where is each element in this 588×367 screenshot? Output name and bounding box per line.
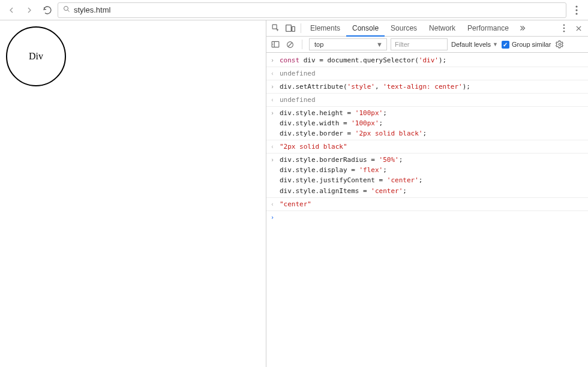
page-viewport: Div	[0, 20, 266, 367]
separator	[302, 40, 302, 49]
styled-div-text: Div	[29, 51, 43, 62]
arrow-right-icon	[25, 5, 34, 15]
log-levels-label: Default levels	[451, 41, 491, 48]
input-marker-icon	[269, 155, 276, 195]
clear-console-button[interactable]	[284, 39, 295, 50]
console-filter-input[interactable]: Filter	[391, 38, 448, 50]
console-output-entry: undefined	[266, 94, 588, 107]
input-marker-icon	[269, 82, 276, 92]
main-split: Div Elements Console Sources Network Per…	[0, 20, 588, 367]
sidebar-toggle-icon	[271, 41, 280, 48]
console-settings-button[interactable]	[554, 39, 565, 50]
arrow-left-icon	[7, 5, 16, 15]
devtools-tabstrip: Elements Console Sources Network Perform…	[266, 20, 588, 37]
console-input-entry: div.style.height = '100px'; div.style.wi…	[266, 107, 588, 140]
code-line: div.setAttribute('style', 'text-align: c…	[280, 82, 470, 92]
devtools-panel: Elements Console Sources Network Perform…	[266, 20, 588, 367]
code-line: "center"	[280, 199, 311, 209]
code-line: "2px solid black"	[280, 142, 347, 152]
console-input-entry: const div = document.querySelector('div'…	[266, 54, 588, 67]
svg-point-4	[575, 13, 577, 14]
clear-icon	[286, 41, 294, 49]
svg-rect-6	[286, 25, 292, 32]
address-bar-text: styles.html	[74, 5, 561, 14]
log-levels-selector[interactable]: Default levels ▼	[451, 41, 498, 48]
code-line: const div = document.querySelector('div'…	[280, 55, 446, 65]
forward-button[interactable]	[22, 2, 37, 18]
console-output-entry: undefined	[266, 67, 588, 80]
tab-sources[interactable]: Sources	[385, 20, 423, 37]
console-input-entry: div.style.borderRadius = '50%'; div.styl…	[266, 154, 588, 197]
vertical-dots-icon	[575, 5, 578, 15]
input-marker-icon	[269, 55, 276, 65]
code-line: div.style.borderRadius = '50%'; div.styl…	[280, 155, 422, 195]
chevrons-right-icon	[518, 25, 526, 32]
browser-menu-button[interactable]	[569, 2, 584, 18]
console-output-entry: "center"	[266, 198, 588, 211]
svg-point-10	[563, 31, 565, 32]
device-icon	[286, 24, 295, 32]
inspect-element-button[interactable]	[269, 21, 283, 35]
output-marker-icon	[269, 95, 276, 105]
prompt-input[interactable]	[280, 212, 284, 222]
checkbox-checked-icon: ✓	[502, 41, 509, 49]
tabs-overflow-button[interactable]	[515, 21, 529, 35]
output-marker-icon	[269, 142, 276, 152]
vertical-dots-icon	[563, 24, 565, 32]
devtools-menu-button[interactable]	[557, 21, 571, 35]
input-marker-icon	[269, 108, 276, 139]
prompt-marker-icon	[269, 212, 276, 222]
chevron-down-icon: ▼	[493, 41, 498, 47]
console-output-entry: "2px solid black"	[266, 140, 588, 154]
svg-point-3	[575, 9, 577, 11]
console-prompt[interactable]	[266, 211, 588, 224]
filter-placeholder: Filter	[395, 41, 409, 48]
code-line: undefined	[280, 68, 316, 79]
console-output[interactable]: const div = document.querySelector('div'…	[266, 53, 588, 367]
svg-point-0	[64, 7, 68, 11]
svg-point-8	[563, 24, 565, 26]
close-icon	[575, 25, 582, 32]
browser-toolbar: styles.html	[0, 0, 588, 20]
back-button[interactable]	[4, 2, 19, 18]
console-input-entry: div.setAttribute('style', 'text-align: c…	[266, 80, 588, 94]
console-sidebar-toggle[interactable]	[270, 39, 281, 50]
tab-network[interactable]: Network	[423, 20, 461, 37]
output-marker-icon	[269, 68, 276, 79]
tab-elements[interactable]: Elements	[304, 20, 346, 37]
reload-button[interactable]	[40, 2, 55, 18]
code-line: div.style.height = '100px'; div.style.wi…	[280, 108, 427, 139]
chevron-down-icon: ▼	[376, 41, 383, 48]
svg-point-17	[559, 43, 562, 46]
code-line: undefined	[280, 95, 316, 105]
svg-point-2	[575, 5, 577, 7]
styled-div: Div	[6, 26, 66, 86]
svg-line-16	[288, 43, 292, 47]
context-selector[interactable]: top ▼	[309, 38, 387, 50]
tab-performance[interactable]: Performance	[461, 20, 515, 37]
svg-point-9	[563, 28, 565, 29]
separator	[301, 23, 301, 33]
svg-rect-7	[292, 26, 295, 31]
console-toolbar: top ▼ Filter Default levels ▼ ✓ Group si…	[266, 37, 588, 53]
reload-icon	[43, 5, 52, 15]
search-icon	[63, 5, 70, 14]
tab-console[interactable]: Console	[346, 20, 385, 37]
svg-line-1	[68, 10, 70, 12]
address-bar[interactable]: styles.html	[58, 2, 566, 18]
group-similar-toggle[interactable]: ✓ Group similar	[502, 41, 551, 49]
device-toolbar-button[interactable]	[283, 21, 298, 35]
context-selector-label: top	[314, 41, 323, 48]
group-similar-label: Group similar	[512, 41, 551, 48]
inspect-icon	[272, 24, 280, 32]
output-marker-icon	[269, 199, 276, 209]
devtools-close-button[interactable]	[571, 21, 586, 35]
gear-icon	[556, 40, 564, 49]
